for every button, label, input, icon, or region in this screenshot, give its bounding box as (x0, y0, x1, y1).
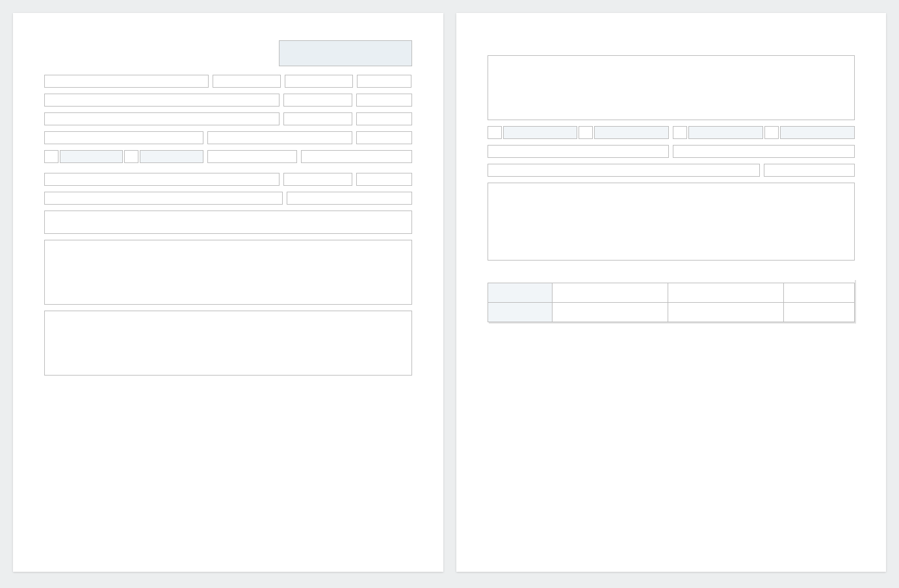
input-medical-providers[interactable] (673, 145, 855, 158)
input-injury-desc[interactable] (44, 240, 412, 305)
label-er-yes (503, 126, 578, 139)
input-treatment-phone[interactable] (764, 164, 855, 177)
sig-row-employee (488, 283, 552, 303)
input-supervisor-email[interactable] (207, 131, 353, 144)
input-rate-of-pay[interactable] (356, 94, 411, 107)
sig-row-supervisor (488, 303, 552, 322)
input-supervisor-name[interactable] (44, 131, 203, 144)
input-treatment-received[interactable] (488, 183, 855, 261)
sig-employee-name[interactable] (552, 283, 668, 303)
input-date-of-hire[interactable] (283, 94, 352, 107)
input-employee-id[interactable] (285, 75, 353, 88)
input-home-phone[interactable] (283, 112, 352, 125)
input-returned[interactable] (287, 192, 412, 205)
input-treating-doctor[interactable] (488, 145, 670, 158)
label-part-time (140, 150, 203, 163)
input-time-of-injury[interactable] (356, 173, 411, 186)
input-incident-desc[interactable] (44, 311, 412, 376)
input-date-of-injury[interactable] (283, 173, 352, 186)
form-page-1 (13, 13, 443, 572)
check-er-yes[interactable] (488, 126, 502, 139)
signature-table (488, 279, 855, 322)
label-amb-yes (688, 126, 763, 139)
check-er-no[interactable] (579, 126, 593, 139)
input-employee-name[interactable] (44, 75, 209, 88)
check-amb-no[interactable] (764, 126, 779, 139)
label-amb-no (780, 126, 855, 139)
sig-supervisor-name[interactable] (552, 303, 668, 322)
input-supervisor-phone[interactable] (356, 131, 411, 144)
input-location-of-injury[interactable] (44, 173, 280, 186)
input-first-aid[interactable] (488, 55, 855, 120)
input-days-per-week[interactable] (301, 150, 411, 163)
form-page-2 (456, 13, 887, 572)
input-hours-per-day[interactable] (207, 150, 297, 163)
check-amb-yes[interactable] (673, 126, 687, 139)
sig-supervisor-signature[interactable] (668, 303, 783, 322)
claim-no-input[interactable] (279, 40, 412, 66)
input-home-address[interactable] (44, 112, 280, 125)
input-job-title[interactable] (44, 94, 280, 107)
label-er-no (594, 126, 669, 139)
input-treatment-address[interactable] (488, 164, 761, 177)
input-todays-date[interactable] (357, 75, 411, 88)
sig-supervisor-date[interactable] (784, 303, 855, 322)
check-full-time[interactable] (44, 150, 59, 163)
sig-employee-signature[interactable] (668, 283, 783, 303)
input-ssn[interactable] (213, 75, 281, 88)
input-witnesses[interactable] (44, 211, 412, 234)
input-work-phone[interactable] (356, 112, 411, 125)
label-full-time (60, 150, 123, 163)
input-loss-of-time[interactable] (44, 192, 283, 205)
check-part-time[interactable] (124, 150, 138, 163)
sig-employee-date[interactable] (784, 283, 855, 303)
